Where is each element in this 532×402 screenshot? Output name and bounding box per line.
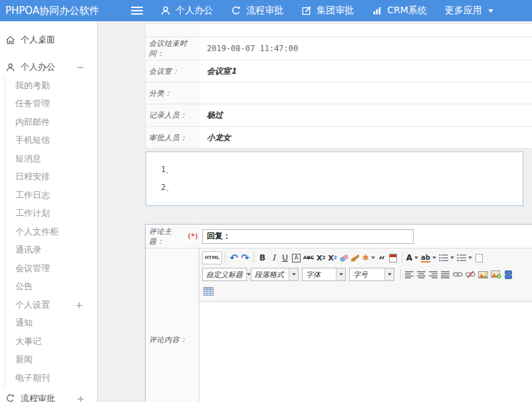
magic-icon: ✱ bbox=[362, 253, 369, 262]
align-left-button[interactable] bbox=[404, 268, 416, 281]
sidebar-item-label: 内部邮件 bbox=[15, 116, 50, 128]
paste-button[interactable] bbox=[388, 251, 399, 264]
html-source-button[interactable]: HTML bbox=[202, 251, 222, 264]
editor-content-area[interactable] bbox=[200, 302, 532, 402]
chevron-down-icon bbox=[292, 273, 296, 276]
unordered-list-button[interactable] bbox=[456, 251, 473, 264]
brush-icon bbox=[351, 254, 359, 262]
comment-section: 评论主题： (*) 评论内容： HTML ↶ ↷ bbox=[145, 224, 532, 402]
sidebar-item-label: 新闻 bbox=[15, 353, 33, 365]
align-center-icon bbox=[417, 270, 426, 278]
font-color-icon: A bbox=[406, 253, 412, 262]
row-value bbox=[199, 24, 532, 37]
expand-icon[interactable]: + bbox=[76, 393, 84, 402]
sidebar-item-news[interactable]: 新闻 bbox=[5, 351, 96, 369]
nav-workflow-approval[interactable]: 流程审批 bbox=[231, 5, 283, 17]
undo-icon[interactable]: ↶ bbox=[228, 251, 239, 264]
sidebar-item-label: 个人桌面 bbox=[21, 34, 55, 46]
sidebar-group-personal-office[interactable]: 个人办公 − bbox=[0, 58, 96, 76]
align-justify-button[interactable] bbox=[440, 268, 452, 281]
underline-button[interactable]: U bbox=[279, 251, 291, 264]
cycle-icon bbox=[231, 5, 241, 16]
table-row-end-time: 会议结束时间： 2019-08-07 11:47:00 bbox=[146, 37, 532, 60]
highlight-button[interactable]: ab bbox=[420, 251, 438, 264]
expand-icon[interactable]: + bbox=[75, 300, 83, 310]
superscript-button[interactable]: X2 bbox=[315, 251, 327, 264]
sidebar-item-sms[interactable]: 手机短信 bbox=[5, 132, 96, 150]
bar-chart-icon bbox=[372, 5, 382, 16]
row-label: 会议室： bbox=[146, 60, 199, 82]
upload-image-button[interactable] bbox=[489, 268, 503, 281]
bold-button[interactable]: B bbox=[257, 251, 268, 264]
image-plus-icon bbox=[491, 270, 501, 278]
sidebar-item-label: 个人文件柜 bbox=[15, 226, 59, 238]
sidebar-item-announcements[interactable]: 公告 bbox=[5, 278, 96, 296]
nav-more-apps[interactable]: 更多应用 bbox=[445, 5, 493, 17]
cycle-icon bbox=[5, 393, 15, 402]
font-border-button[interactable]: A bbox=[291, 251, 302, 264]
sidebar-group-label: 流程审批 bbox=[21, 393, 55, 402]
redo-icon[interactable]: ↷ bbox=[239, 251, 251, 264]
font-color-button[interactable]: A bbox=[405, 251, 420, 264]
menu-toggle-icon[interactable] bbox=[131, 7, 143, 15]
comment-content-label: 评论内容： bbox=[146, 249, 199, 402]
home-icon bbox=[5, 35, 15, 45]
label-text: 评论内容： bbox=[149, 336, 188, 344]
sidebar-item-tasks[interactable]: 任务管理 bbox=[5, 95, 96, 114]
sidebar-item-personal-settings[interactable]: 个人设置 + bbox=[5, 296, 96, 314]
sidebar-item-contacts[interactable]: 通讯录 bbox=[5, 241, 96, 260]
person-icon bbox=[160, 5, 171, 16]
nav-crm-system[interactable]: CRM系统 bbox=[372, 5, 427, 17]
format-painter-button[interactable] bbox=[350, 251, 361, 264]
insert-table-button[interactable] bbox=[202, 284, 215, 298]
editor-toolbar: HTML ↶ ↷ B I U A ABC X2 X2 ✱ bbox=[200, 249, 532, 302]
dropdown-button[interactable] bbox=[384, 268, 394, 280]
dropdown-button[interactable] bbox=[246, 268, 251, 280]
sidebar-item-work-plan[interactable]: 工作计划 bbox=[5, 205, 96, 223]
font-family-dropdown[interactable]: 字体 bbox=[302, 268, 346, 281]
toolbar-row-2: 自定义标题 段落格式 字体 bbox=[202, 266, 529, 282]
insert-media-button[interactable] bbox=[503, 268, 514, 281]
heading-dropdown[interactable]: 自定义标题 bbox=[202, 268, 247, 281]
paragraph-format-dropdown[interactable]: 段落格式 bbox=[251, 268, 299, 281]
sidebar-item-e-journal[interactable]: 电子期刊 bbox=[5, 369, 96, 387]
font-size-dropdown[interactable]: 字号 bbox=[349, 268, 394, 281]
sidebar-item-label: 日程安排 bbox=[15, 171, 50, 183]
remove-link-button[interactable] bbox=[464, 268, 477, 281]
sidebar-item-label: 短消息 bbox=[15, 153, 41, 165]
blockquote-button[interactable]: “ bbox=[376, 251, 388, 264]
insert-image-button[interactable] bbox=[477, 268, 489, 281]
sidebar-item-internal-mail[interactable]: 内部邮件 bbox=[5, 113, 96, 132]
comment-subject-label: 评论主题： (*) bbox=[146, 225, 199, 248]
sidebar-item-label: 通讯录 bbox=[15, 244, 41, 256]
collapse-icon[interactable]: − bbox=[76, 62, 84, 72]
subscript-button[interactable]: X2 bbox=[327, 251, 338, 264]
sidebar-item-label: 电子期刊 bbox=[15, 372, 50, 384]
sidebar-item-label: 我的考勤 bbox=[15, 80, 50, 92]
sidebar-item-short-message[interactable]: 短消息 bbox=[5, 150, 96, 168]
sidebar-item-meetings[interactable]: 会议管理 bbox=[5, 259, 96, 278]
insert-link-button[interactable] bbox=[452, 268, 464, 281]
ordered-list-button[interactable] bbox=[438, 251, 456, 264]
italic-button[interactable]: I bbox=[268, 251, 279, 264]
auto-typeset-button[interactable]: ✱ bbox=[361, 251, 376, 264]
sidebar-item-file-cabinet[interactable]: 个人文件柜 bbox=[5, 223, 96, 241]
sidebar-item-work-log[interactable]: 工作日志 bbox=[5, 186, 96, 205]
dropdown-button[interactable] bbox=[336, 268, 345, 280]
sidebar-item-notices[interactable]: 通知 bbox=[5, 314, 96, 333]
nav-group-approval[interactable]: 集团审批 bbox=[301, 5, 354, 17]
sidebar-item-desktop[interactable]: 个人桌面 bbox=[0, 31, 96, 49]
strikethrough-button[interactable]: ABC bbox=[302, 251, 315, 264]
eraser-button[interactable] bbox=[338, 251, 350, 264]
sidebar-group-workflow[interactable]: 流程审批 + bbox=[0, 389, 96, 402]
new-document-button[interactable] bbox=[473, 251, 485, 264]
comment-subject-input[interactable] bbox=[202, 229, 414, 244]
align-right-button[interactable] bbox=[428, 268, 440, 281]
sidebar-item-schedule[interactable]: 日程安排 bbox=[5, 168, 96, 187]
row-label: 会议结束时间： bbox=[146, 37, 199, 60]
align-center-button[interactable] bbox=[416, 268, 428, 281]
dropdown-button[interactable] bbox=[289, 268, 298, 280]
nav-personal-office[interactable]: 个人办公 bbox=[160, 5, 213, 17]
sidebar-item-attendance[interactable]: 我的考勤 bbox=[5, 76, 96, 95]
sidebar-item-memorabilia[interactable]: 大事记 bbox=[5, 332, 96, 351]
